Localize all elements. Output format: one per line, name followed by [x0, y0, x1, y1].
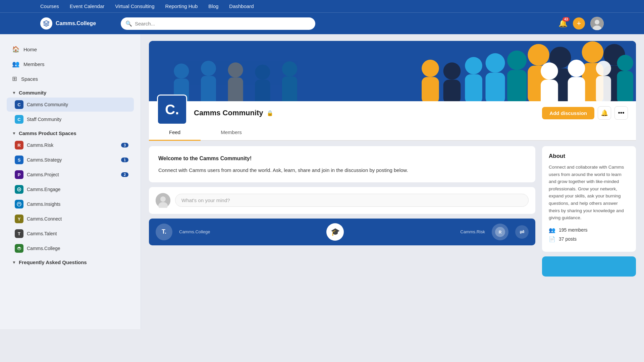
faq-section-header[interactable]: ▼ Frequently Asked Questions	[7, 256, 134, 267]
svg-rect-32	[485, 73, 505, 101]
welcome-title: Welcome to the Camms Community!	[158, 154, 526, 163]
nav-event-calendar[interactable]: Event Calendar	[70, 3, 104, 9]
sidebar-item-spaces[interactable]: ⊞ Spaces	[7, 72, 134, 86]
svg-rect-38	[422, 77, 439, 101]
community-logo-letter: C.	[165, 102, 179, 118]
nav-virtual-consulting[interactable]: Virtual Consulting	[115, 3, 154, 9]
camms-risk-icon: R	[15, 141, 23, 149]
about-posts-stat: 📄 37 posts	[549, 236, 629, 242]
svg-point-35	[443, 62, 461, 80]
community-more-button[interactable]: •••	[614, 106, 628, 120]
search-bar: 🔍	[121, 17, 315, 30]
camms-strategy-icon: S	[15, 156, 23, 164]
post-avatar	[156, 193, 170, 208]
svg-point-9	[201, 61, 216, 76]
camms-engage-icon	[15, 185, 23, 194]
community-header-card: C. Camms Community 🔒 Add discussion 🔔 ••…	[149, 101, 636, 125]
sidebar-item-camms-risk[interactable]: R Camms.Risk 3	[7, 138, 134, 152]
add-discussion-button[interactable]: Add discussion	[542, 107, 594, 119]
camms-strategy-badge: 1	[121, 158, 128, 162]
community-bell-button[interactable]: 🔔	[598, 106, 611, 120]
about-column: About Connect and collaborate with Camms…	[542, 141, 636, 277]
svg-point-37	[422, 60, 439, 77]
community-section-label: Community	[19, 90, 47, 96]
camms-project-badge: 2	[121, 172, 128, 177]
community-actions: Add discussion 🔔 •••	[542, 106, 628, 120]
svg-rect-14	[255, 80, 270, 101]
members-stat-icon: 👥	[549, 227, 555, 233]
sidebar-item-camms-college[interactable]: Camms.College	[7, 241, 134, 255]
svg-point-33	[465, 57, 482, 74]
header-right: 🔔 43 +	[558, 17, 604, 30]
svg-point-27	[568, 60, 585, 77]
camms-project-label: Camms.Project	[27, 172, 59, 177]
sidebar-spaces-label: Spaces	[21, 76, 38, 82]
nav-dashboard[interactable]: Dashboard	[229, 3, 254, 9]
nav-reporting-hub[interactable]: Reporting Hub	[165, 3, 198, 9]
sidebar-item-camms-engage[interactable]: Camms.Engage	[7, 182, 134, 196]
notification-button[interactable]: 🔔 43	[558, 19, 568, 28]
community-section-header[interactable]: ▼ Community	[7, 86, 134, 98]
product-spaces-section-header[interactable]: ▼ Camms Product Spaces	[7, 127, 134, 138]
faq-section-label: Frequently Asked Questions	[19, 259, 87, 265]
sidebar-item-camms-talent[interactable]: T Camms.Talent	[7, 227, 134, 241]
tab-feed[interactable]: Feed	[149, 125, 201, 141]
svg-point-25	[541, 62, 558, 80]
sidebar-item-camms-strategy[interactable]: S Camms.Strategy 1	[7, 153, 134, 167]
search-icon: 🔍	[125, 20, 132, 27]
sidebar-item-camms-community[interactable]: C Camms Community	[7, 98, 134, 112]
content-area: C. Camms Community 🔒 Add discussion 🔔 ••…	[141, 34, 644, 329]
product-spaces-chevron-icon: ▼	[12, 131, 16, 136]
community-name: Camms Community	[194, 109, 263, 117]
shuffle-icon[interactable]: ⇌	[515, 225, 529, 239]
post-input-card: What's on your mind?	[149, 187, 535, 214]
preview-label-college: Camms.College	[179, 229, 210, 234]
preview-circle-r: R	[492, 224, 508, 240]
svg-rect-16	[282, 76, 297, 101]
svg-rect-42	[596, 76, 611, 101]
members-icon: 👥	[12, 60, 19, 68]
camms-strategy-label: Camms.Strategy	[27, 157, 62, 163]
feed-about-row: Welcome to the Camms Community! Connect …	[149, 141, 636, 277]
camms-community-icon: C	[15, 100, 23, 109]
preview-circle-t: T.	[156, 224, 172, 240]
staff-community-icon: C	[15, 115, 23, 124]
sidebar-item-camms-project[interactable]: P Camms.Project 2	[7, 168, 134, 182]
camms-project-icon: P	[15, 170, 23, 179]
svg-point-39	[617, 55, 633, 71]
svg-point-11	[228, 62, 243, 77]
spaces-icon: ⊞	[12, 75, 17, 82]
sidebar-item-members[interactable]: 👥 Members	[7, 57, 134, 71]
nav-blog[interactable]: Blog	[208, 3, 218, 9]
sidebar-item-camms-connect[interactable]: Y Camms.Connect	[7, 212, 134, 226]
sidebar-home-label: Home	[23, 47, 37, 52]
camms-risk-label: Camms.Risk	[27, 142, 53, 148]
about-members-stat: 👥 195 members	[549, 227, 629, 233]
tab-members[interactable]: Members	[201, 125, 262, 141]
camms-college-icon	[15, 244, 23, 253]
notification-badge: 43	[562, 17, 570, 21]
nav-courses[interactable]: Courses	[40, 3, 59, 9]
svg-point-41	[596, 61, 611, 76]
sidebar-item-staff-community[interactable]: C Staff Community	[7, 112, 134, 126]
svg-point-44	[160, 196, 166, 202]
preview-college-icon: 🎓	[326, 223, 344, 241]
svg-point-7	[174, 63, 189, 78]
search-input[interactable]	[121, 17, 315, 30]
svg-point-15	[282, 61, 297, 76]
logo-icon	[40, 17, 52, 29]
sidebar-item-camms-insights[interactable]: Camms.Insights	[7, 197, 134, 211]
camms-community-label: Camms Community	[27, 102, 68, 107]
post-input-placeholder[interactable]: What's on your mind?	[175, 194, 529, 207]
product-spaces-label: Camms Product Spaces	[19, 130, 76, 136]
posts-stat-icon: 📄	[549, 236, 555, 242]
svg-point-4	[18, 189, 20, 190]
svg-point-31	[485, 53, 505, 73]
add-button[interactable]: +	[573, 17, 585, 29]
welcome-body: Connect with Camms users from around the…	[158, 166, 526, 174]
feed-column: Welcome to the Camms Community! Connect …	[149, 141, 535, 277]
posts-count: 37 posts	[559, 236, 577, 242]
svg-rect-26	[541, 80, 558, 101]
sidebar-item-home[interactable]: 🏠 Home	[7, 42, 134, 56]
avatar[interactable]	[590, 17, 604, 30]
